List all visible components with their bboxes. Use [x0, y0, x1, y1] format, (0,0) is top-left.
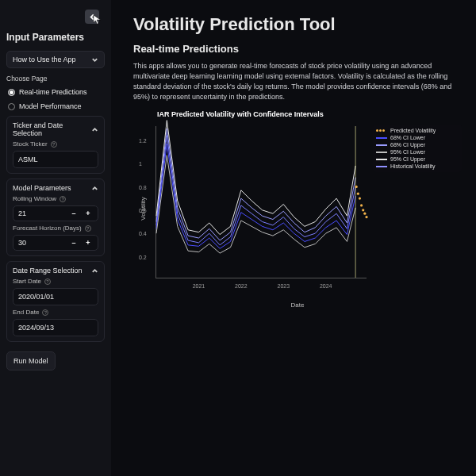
- svg-point-6: [363, 213, 366, 215]
- start-date-label-text: Start Date: [13, 278, 41, 285]
- legend-swatch-icon: [376, 129, 387, 132]
- legend-label: 68% CI Lower: [390, 135, 425, 140]
- legend-label: 95% CI Upper: [390, 156, 425, 162]
- horizon-value: 30: [18, 239, 26, 247]
- ticker-value: ASML: [18, 155, 38, 163]
- legend-swatch-icon: [376, 137, 387, 139]
- rolling-label: Rolling Window ?: [13, 195, 98, 202]
- ticker-section-header[interactable]: Ticker and Date Selection: [13, 121, 98, 137]
- legend-item-predicted: Predicted Volatility: [376, 128, 459, 133]
- chart-legend: Predicted Volatility 68% CI Lower 68% CI…: [373, 125, 462, 172]
- model-section-header[interactable]: Model Parameters: [13, 184, 98, 192]
- legend-item-ci68u: 68% CI Upper: [376, 142, 459, 148]
- how-to-label: How to Use the App: [13, 56, 76, 63]
- legend-swatch-icon: [376, 166, 387, 167]
- how-to-expander[interactable]: How to Use the App: [6, 51, 105, 68]
- page-title: Volatility Prediction Tool: [133, 14, 462, 35]
- sidebar: Input Parameters How to Use the App Choo…: [0, 0, 111, 476]
- start-date-input[interactable]: 2020/01/01: [13, 288, 98, 305]
- help-icon[interactable]: ?: [85, 225, 91, 232]
- page-radio-label: Real-time Predictions: [19, 88, 87, 96]
- legend-label: 68% CI Upper: [390, 142, 425, 148]
- choose-page-label: Choose Page: [6, 75, 105, 83]
- date-section-title: Date Range Selection: [13, 267, 83, 274]
- model-section: Model Parameters Rolling Window ? 21 – +…: [6, 178, 105, 256]
- chart-svg: [156, 126, 367, 278]
- horizon-decrement[interactable]: –: [69, 239, 79, 247]
- end-date-value: 2024/09/13: [18, 324, 54, 332]
- start-date-label: Start Date ?: [13, 278, 98, 285]
- ticker-section-title: Ticker and Date Selection: [13, 121, 91, 137]
- page-radio-realtime[interactable]: Real-time Predictions: [6, 87, 105, 97]
- radio-icon: [8, 103, 15, 110]
- svg-point-3: [359, 198, 361, 200]
- radio-icon: [8, 89, 15, 96]
- chevron-down-icon: [91, 56, 98, 63]
- help-icon[interactable]: ?: [42, 309, 48, 316]
- legend-item-ci68l: 68% CI Lower: [376, 135, 459, 140]
- svg-point-1: [355, 186, 358, 188]
- mouse-cursor-icon: [93, 14, 104, 25]
- main-content: Volatility Prediction Tool Real-time Pre…: [111, 0, 476, 476]
- ticker-section: Ticker and Date Selection Stock Ticker ?…: [6, 116, 105, 174]
- rolling-value: 21: [18, 209, 26, 217]
- horizon-input[interactable]: 30 – +: [13, 235, 98, 251]
- legend-item-ci95u: 95% CI Upper: [376, 156, 459, 162]
- chart-container: IAR Predicted Volatility with Confidence…: [133, 110, 462, 324]
- horizon-label-text: Forecast Horizon (Days): [13, 225, 82, 232]
- legend-swatch-icon: [376, 144, 387, 146]
- end-date-label-text: End Date: [13, 309, 39, 316]
- end-date-input[interactable]: 2024/09/13: [13, 319, 98, 336]
- start-date-value: 2020/01/01: [18, 293, 54, 301]
- date-section-header[interactable]: Date Range Selection: [13, 267, 98, 274]
- rolling-increment[interactable]: +: [83, 209, 93, 217]
- date-section: Date Range Selection Start Date ? 2020/0…: [6, 261, 105, 342]
- legend-swatch-icon: [376, 159, 387, 160]
- svg-point-7: [365, 216, 367, 218]
- legend-label: 95% CI Lower: [390, 149, 425, 155]
- legend-item-hist: Historical Volatility: [376, 163, 459, 169]
- page-radio-label: Model Performance: [19, 102, 82, 110]
- sidebar-title: Input Parameters: [6, 32, 105, 43]
- run-model-label: Run Model: [13, 357, 48, 365]
- x-axis-label: Date: [291, 301, 305, 309]
- help-icon[interactable]: ?: [51, 141, 57, 148]
- legend-label: Historical Volatility: [390, 163, 435, 169]
- svg-point-2: [357, 193, 359, 195]
- chevron-up-icon: [91, 185, 98, 192]
- page-subtitle: Real-time Predictions: [133, 43, 462, 55]
- run-model-button[interactable]: Run Model: [6, 351, 56, 370]
- help-icon[interactable]: ?: [44, 278, 51, 285]
- chevron-up-icon: [91, 267, 98, 274]
- ticker-input[interactable]: ASML: [13, 151, 98, 168]
- model-section-title: Model Parameters: [13, 184, 71, 192]
- chart-axes: 0.20.40.60.811.22021202220232024: [155, 126, 367, 278]
- svg-point-5: [362, 209, 364, 211]
- horizon-label: Forecast Horizon (Days) ?: [13, 225, 98, 232]
- rolling-input[interactable]: 21 – +: [13, 205, 98, 221]
- intro-text: This apps allows you to generate real-ti…: [133, 61, 462, 102]
- legend-item-ci95l: 95% CI Lower: [376, 149, 459, 155]
- svg-point-4: [360, 204, 363, 206]
- volatility-chart[interactable]: Volatility 0.20.40.60.811.22021202220232…: [133, 121, 462, 296]
- legend-swatch-icon: [376, 152, 387, 153]
- horizon-increment[interactable]: +: [83, 239, 93, 247]
- legend-label: Predicted Volatility: [390, 128, 436, 133]
- ticker-label-text: Stock Ticker: [13, 140, 48, 148]
- help-icon[interactable]: ?: [60, 196, 66, 202]
- end-date-label: End Date ?: [13, 309, 98, 316]
- page-radio-performance[interactable]: Model Performance: [6, 102, 105, 111]
- rolling-label-text: Rolling Window: [13, 195, 56, 202]
- chart-title: IAR Predicted Volatility with Confidence…: [157, 110, 462, 118]
- ticker-label: Stock Ticker ?: [13, 140, 98, 148]
- chevron-up-icon: [91, 126, 98, 133]
- rolling-decrement[interactable]: –: [69, 209, 79, 217]
